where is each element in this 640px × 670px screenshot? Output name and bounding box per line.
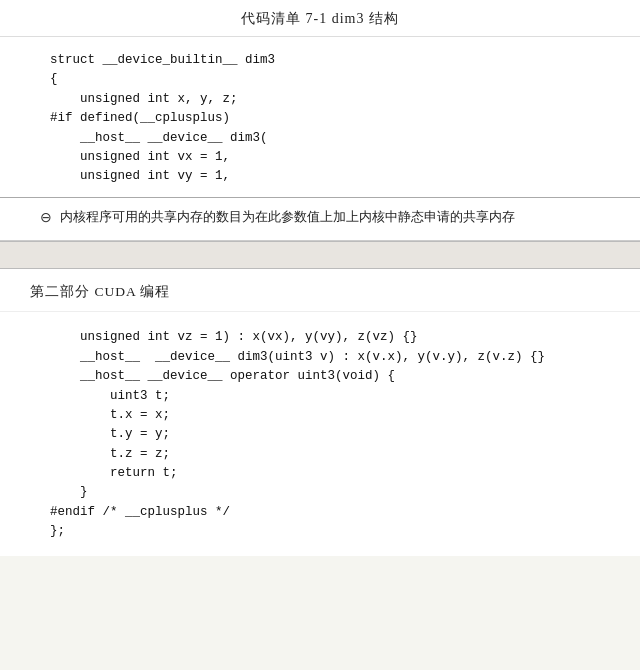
page-title: 代码清单 7-1 dim3 结构 xyxy=(241,11,399,26)
part-header: 第二部分 CUDA 编程 xyxy=(0,269,640,312)
code-bottom-content: unsigned int vz = 1) : x(vx), y(vy), z(v… xyxy=(50,328,600,541)
title-bar: 代码清单 7-1 dim3 结构 xyxy=(0,0,640,37)
page-top-section: 代码清单 7-1 dim3 结构 struct __device_builtin… xyxy=(0,0,640,241)
note-icon: ⊖ xyxy=(40,209,52,226)
note-section: ⊖ 内核程序可用的共享内存的数目为在此参数值上加上内核中静态申请的共享内存 xyxy=(0,197,640,241)
page-bottom-section: 第二部分 CUDA 编程 unsigned int vz = 1) : x(vx… xyxy=(0,269,640,555)
code-top-content: struct __device_builtin__ dim3 { unsigne… xyxy=(50,51,600,187)
code-block-bottom: unsigned int vz = 1) : x(vx), y(vy), z(v… xyxy=(0,312,640,555)
code-block-top: struct __device_builtin__ dim3 { unsigne… xyxy=(0,37,640,197)
note-text: 内核程序可用的共享内存的数目为在此参数值上加上内核中静态申请的共享内存 xyxy=(60,208,515,227)
page-divider xyxy=(0,241,640,269)
part-header-text: 第二部分 CUDA 编程 xyxy=(30,284,170,299)
